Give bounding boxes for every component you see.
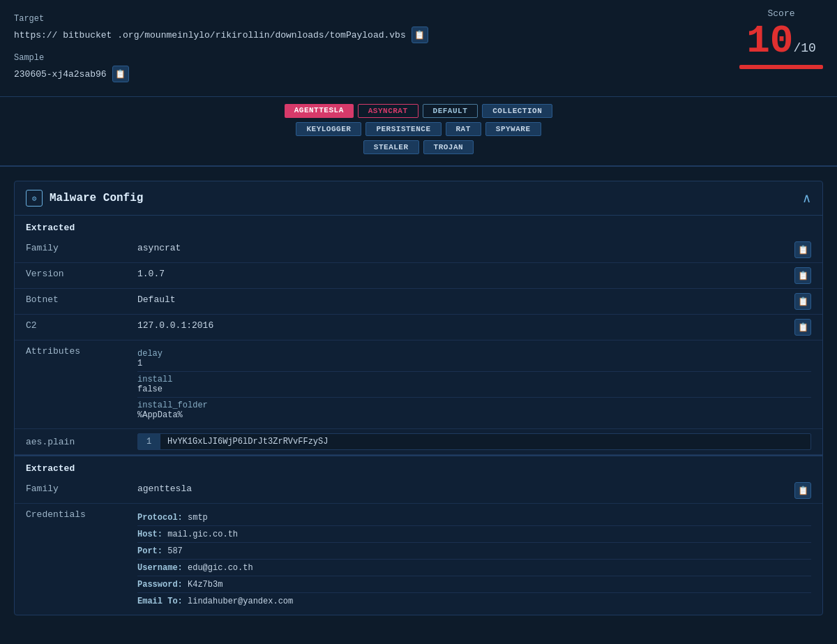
- cred-username-key: Username:: [137, 563, 188, 573]
- tag-persistence[interactable]: PERSISTENCE: [365, 122, 441, 136]
- attr-install-folder-val: %AppData%: [137, 410, 811, 420]
- tag-asyncrat[interactable]: ASYNCRAT: [358, 104, 418, 118]
- target-row: https:// bitbucket .org/mounmeinlylo/rik…: [14, 27, 711, 43]
- target-sample-area: Target https:// bitbucket .org/mounmeinl…: [14, 8, 739, 82]
- sample-row: 230605-xj4a2sab96 📋: [14, 66, 711, 82]
- family-key-2: Family: [26, 482, 137, 499]
- sample-label: Sample: [14, 53, 711, 63]
- credentials-row: Credentials Protocol: smtp Host: mail.gi…: [15, 504, 822, 615]
- target-value: https:// bitbucket .org/mounmeinlylo/rik…: [14, 30, 406, 40]
- botnet-val: Default: [137, 293, 794, 310]
- version-row: Version 1.0.7 📋: [15, 263, 822, 289]
- aes-row: aes.plain 1 HvYK1GxLJI6WjP6lDrJt3ZrRVvFF…: [15, 429, 822, 455]
- aes-value-box: 1 HvYK1GxLJI6WjP6lDrJt3ZrRVvFFzySJ: [137, 433, 811, 450]
- aes-text: HvYK1GxLJI6WjP6lDrJt3ZrRVvFFzySJ: [160, 434, 335, 449]
- c2-row: C2 127.0.0.1:2016 📋: [15, 315, 822, 340]
- family-val-1: asyncrat: [137, 241, 794, 258]
- version-copy-button[interactable]: 📋: [794, 267, 811, 284]
- cred-host: Host: mail.gic.co.th: [137, 526, 811, 543]
- sample-value: 230605-xj4a2sab96: [14, 69, 107, 80]
- family-row-1: Family asyncrat 📋: [15, 237, 822, 263]
- gear-icon: ⚙: [32, 194, 37, 203]
- malware-config-card: ⚙ Malware Config ∧ Extracted Family asyn…: [14, 181, 823, 615]
- botnet-key: Botnet: [26, 293, 137, 310]
- main-content: ⚙ Malware Config ∧ Extracted Family asyn…: [0, 167, 837, 643]
- attr-install-folder: install_folder %AppData%: [137, 398, 811, 423]
- version-val: 1.0.7: [137, 267, 794, 284]
- tag-rat[interactable]: RAT: [446, 122, 481, 136]
- extracted-label-2: Extracted: [15, 456, 822, 478]
- aes-key: aes.plain: [26, 437, 137, 447]
- attributes-key: Attributes: [26, 345, 137, 358]
- cred-username-val: edu@gic.co.th: [188, 563, 253, 573]
- tags-row-1: AGENTTESLA ASYNCRAT DEFAULT COLLECTION: [285, 104, 553, 118]
- cred-host-key: Host:: [137, 530, 167, 539]
- attributes-values: delay 1 install false install_folder %Ap…: [137, 345, 811, 424]
- attr-delay: delay 1: [137, 346, 811, 372]
- family-val-2: agenttesla: [137, 482, 794, 499]
- tag-collection[interactable]: COLLECTION: [482, 104, 552, 118]
- cred-port: Port: 587: [137, 543, 811, 560]
- c2-copy-button[interactable]: 📋: [794, 319, 811, 336]
- top-section: Target https:// bitbucket .org/mounmeinl…: [0, 0, 837, 97]
- score-area: Score 10/10: [739, 8, 823, 69]
- tag-spyware[interactable]: SPYWARE: [485, 122, 541, 136]
- target-copy-button[interactable]: 📋: [412, 27, 428, 43]
- cred-port-key: Port:: [137, 546, 167, 556]
- cred-password: Password: K4z7b3m: [137, 576, 811, 593]
- aes-index: 1: [138, 434, 160, 449]
- family-key-1: Family: [26, 241, 137, 258]
- botnet-copy-button[interactable]: 📋: [794, 293, 811, 310]
- tag-default[interactable]: DEFAULT: [423, 104, 478, 118]
- cred-protocol-val: smtp: [188, 513, 208, 523]
- tag-stealer[interactable]: STEALER: [363, 140, 419, 154]
- version-key: Version: [26, 267, 137, 284]
- tag-agenttesla[interactable]: AGENTTESLA: [285, 104, 354, 118]
- cred-protocol: Protocol: smtp: [137, 509, 811, 526]
- config-title-area: ⚙ Malware Config: [26, 190, 143, 207]
- credentials-values: Protocol: smtp Host: mail.gic.co.th Port…: [137, 508, 811, 611]
- family-copy-button-2[interactable]: 📋: [794, 482, 811, 499]
- family2-copy-area: 📋: [794, 482, 811, 499]
- tags-row-2: KEYLOGGER PERSISTENCE RAT SPYWARE: [296, 122, 541, 136]
- family-row-2: Family agenttesla 📋: [15, 478, 822, 504]
- botnet-copy-area: 📋: [794, 293, 811, 310]
- family-copy-button-1[interactable]: 📋: [794, 241, 811, 258]
- tag-trojan[interactable]: TROJAN: [423, 140, 474, 154]
- cred-email-to-key: Email To:: [137, 597, 188, 606]
- cred-protocol-key: Protocol:: [137, 513, 188, 523]
- cred-password-val: K4z7b3m: [188, 580, 223, 590]
- target-label: Target: [14, 14, 711, 24]
- extracted-label-1: Extracted: [15, 216, 822, 237]
- credentials-key: Credentials: [26, 508, 137, 521]
- botnet-row: Botnet Default 📋: [15, 289, 822, 315]
- tag-keylogger[interactable]: KEYLOGGER: [296, 122, 361, 136]
- c2-copy-area: 📋: [794, 319, 811, 336]
- config-card-header: ⚙ Malware Config ∧: [15, 181, 822, 216]
- tags-section: AGENTTESLA ASYNCRAT DEFAULT COLLECTION K…: [0, 97, 837, 167]
- score-denom: /10: [793, 41, 815, 55]
- attr-install-key: install: [137, 375, 811, 384]
- cred-username: Username: edu@gic.co.th: [137, 560, 811, 576]
- c2-val: 127.0.0.1:2016: [137, 319, 794, 336]
- malware-config-icon: ⚙: [26, 190, 43, 207]
- attributes-row: Attributes delay 1 install false install…: [15, 340, 822, 429]
- attr-install: install false: [137, 372, 811, 398]
- score-bar: [739, 65, 823, 69]
- config-title: Malware Config: [50, 192, 143, 204]
- cred-password-key: Password:: [137, 580, 188, 590]
- cred-host-val: mail.gic.co.th: [167, 530, 238, 539]
- tags-row-3: STEALER TROJAN: [363, 140, 474, 154]
- family-copy-area: 📋: [794, 241, 811, 258]
- attr-delay-key: delay: [137, 349, 811, 359]
- cred-port-val: 587: [167, 546, 183, 556]
- score-label: Score: [739, 8, 823, 19]
- attr-install-val: false: [137, 384, 811, 394]
- sample-copy-button[interactable]: 📋: [112, 66, 129, 82]
- score-display: 10/10: [739, 22, 823, 61]
- collapse-button[interactable]: ∧: [802, 190, 811, 206]
- attr-install-folder-key: install_folder: [137, 400, 811, 410]
- attr-delay-val: 1: [137, 359, 811, 368]
- score-value: 10: [746, 19, 793, 63]
- c2-key: C2: [26, 319, 137, 336]
